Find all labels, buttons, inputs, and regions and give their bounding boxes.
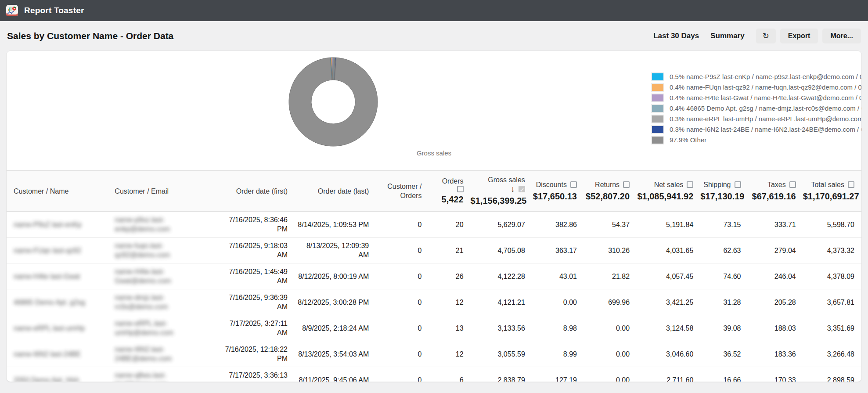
- table-cell: 12: [429, 341, 470, 367]
- column-label[interactable]: Gross sales: [488, 176, 525, 184]
- column-checkbox-returns[interactable]: [623, 181, 630, 188]
- customer-name-cell: 2050 Demo Apt. hfsh: [7, 367, 108, 382]
- col-header-returns[interactable]: Returns$52,807.20: [584, 171, 637, 212]
- column-checkbox-net-sales[interactable]: [687, 181, 693, 188]
- legend-label: 0.3% name-eRPL last-umHp / name-eRPL.las…: [670, 115, 862, 123]
- legend-item: 0.4% name-H4te last-Gwat / name-H4te.las…: [652, 94, 862, 101]
- column-total: $52,807.20: [584, 190, 630, 202]
- customer-email-cell: name-q8ws.last-kkvf@demo.com: [108, 367, 220, 382]
- table-cell: 4,373.32: [803, 238, 861, 263]
- table-cell: 6: [429, 367, 470, 382]
- date-range-selector[interactable]: Last 30 Days: [653, 32, 699, 40]
- customer-email-cell: name-eRPL.last-umHp@demo.com: [108, 315, 220, 341]
- customer-name-cell: name-I6N2 last-24BE: [7, 341, 108, 367]
- col-header-net-sales[interactable]: Net sales$1,085,941.92: [637, 171, 700, 212]
- legend-swatch: [652, 73, 663, 80]
- table-header-row: Customer / NameCustomer / EmailOrder dat…: [7, 171, 861, 212]
- col-header-order-date-last[interactable]: Order date (last): [295, 171, 376, 212]
- table-cell: 13: [429, 315, 470, 341]
- table-cell: 8.98: [532, 315, 584, 341]
- column-checkbox-orders[interactable]: [457, 186, 464, 192]
- table-cell: 4,122.28: [471, 263, 532, 289]
- column-label[interactable]: Shipping: [703, 181, 731, 188]
- table-cell: 3,124.58: [637, 315, 700, 341]
- more-button[interactable]: More...: [822, 29, 861, 43]
- legend-swatch: [652, 126, 663, 133]
- col-header-discounts[interactable]: Discounts$17,650.13: [532, 171, 584, 212]
- col-header-customer-name[interactable]: Customer / Name: [7, 171, 108, 212]
- column-checkbox-total-sales[interactable]: [848, 181, 854, 188]
- col-header-total-sales[interactable]: Total sales$1,170,691.27: [803, 171, 861, 212]
- table-cell: 54.37: [584, 212, 637, 238]
- legend-item: 0.3% name-I6N2 last-24BE / name-I6N2.las…: [652, 126, 862, 133]
- table-cell: 0.00: [584, 341, 637, 367]
- table-cell: 4,031.65: [637, 238, 700, 263]
- col-header-customer-orders[interactable]: Customer / Orders: [376, 171, 429, 212]
- table-cell: 2,898.59: [803, 367, 861, 382]
- column-label[interactable]: Net sales: [654, 181, 684, 188]
- column-checkbox-gross-sales[interactable]: [519, 186, 525, 192]
- col-header-gross-sales[interactable]: Gross sales ↓ $1,156,399.25: [471, 171, 532, 212]
- table-cell: 62.63: [700, 238, 748, 263]
- table-cell: 382.86: [532, 212, 584, 238]
- table-cell: 699.96: [584, 289, 637, 315]
- sort-desc-icon[interactable]: ↓: [511, 184, 515, 194]
- legend-swatch: [652, 84, 663, 91]
- table-cell: 3,266.48: [803, 341, 861, 367]
- table-cell: 8/13/2025, 12:09:39 AM: [295, 238, 376, 263]
- table-cell: 0.00: [584, 367, 637, 382]
- col-header-shipping[interactable]: Shipping$17,130.19: [700, 171, 748, 212]
- column-label[interactable]: Customer / Name: [14, 187, 68, 195]
- chart-legend: 0.5% name-P9sZ last-enKp / name-p9sz.las…: [652, 73, 862, 147]
- column-label[interactable]: Order date (first): [236, 187, 288, 195]
- summary-selector[interactable]: Summary: [710, 32, 744, 40]
- column-label[interactable]: Total sales: [811, 181, 844, 188]
- table-cell: 3,351.69: [803, 315, 861, 341]
- col-header-order-date-first[interactable]: Order date (first): [220, 171, 295, 212]
- column-label[interactable]: Customer / Email: [115, 187, 169, 195]
- column-label[interactable]: Discounts: [536, 181, 567, 188]
- col-header-customer-email[interactable]: Customer / Email: [108, 171, 220, 212]
- col-header-taxes[interactable]: Taxes$67,619.16: [748, 171, 803, 212]
- table-cell: 363.17: [532, 238, 584, 263]
- table-cell: 3,133.56: [471, 315, 532, 341]
- column-checkbox-shipping[interactable]: [735, 181, 741, 188]
- customer-email-cell: name-I6N2.last-24BE@demo.com: [108, 341, 220, 367]
- column-label[interactable]: Order date (last): [318, 187, 369, 195]
- column-checkbox-discounts[interactable]: [570, 181, 577, 188]
- table-cell: 8/13/2025, 3:54:03 AM: [295, 341, 376, 367]
- table-cell: 0: [376, 289, 429, 315]
- column-label[interactable]: Orders: [442, 177, 464, 185]
- column-label[interactable]: Customer / Orders: [387, 183, 421, 199]
- column-checkbox-taxes[interactable]: [789, 181, 796, 188]
- legend-swatch: [652, 105, 663, 112]
- customer-name-cell: 46865 Demo Apt. g2sg: [7, 289, 108, 315]
- legend-label: 97.9% Other: [670, 136, 706, 144]
- table-cell: 4,057.45: [637, 263, 700, 289]
- app-bar: Report Toaster: [0, 0, 868, 21]
- table-cell: 183.36: [748, 341, 803, 367]
- table-cell: 3,055.59: [471, 341, 532, 367]
- table-cell: 310.26: [584, 238, 637, 263]
- legend-item: 0.4% 46865 Demo Apt. g2sg / name-dmjz.la…: [652, 105, 862, 112]
- table-cell: 0: [376, 263, 429, 289]
- table-cell: 39.08: [700, 315, 748, 341]
- legend-label: 0.4% 46865 Demo Apt. g2sg / name-dmjz.la…: [670, 105, 862, 112]
- table-cell: 31.28: [700, 289, 748, 315]
- table-cell: 7/16/2025, 1:45:49 AM: [220, 263, 295, 289]
- order-data-table: Customer / NameCustomer / EmailOrder dat…: [7, 170, 861, 382]
- table-cell: 3,421.25: [637, 289, 700, 315]
- table-cell: 8.99: [532, 341, 584, 367]
- export-button[interactable]: Export: [780, 29, 818, 43]
- gross-sales-donut-chart[interactable]: [288, 57, 378, 147]
- table-cell: 7/16/2025, 8:36:46 PM: [220, 212, 295, 238]
- chart-section: Gross sales 0.5% name-P9sZ last-enKp / n…: [7, 51, 861, 170]
- customer-name-cell: name-P9sZ last-enKp: [7, 212, 108, 238]
- column-label[interactable]: Returns: [595, 181, 619, 188]
- column-total: $1,156,399.25: [471, 195, 525, 207]
- table-row: name-I6N2 last-24BE name-I6N2.last-24BE@…: [7, 341, 861, 367]
- refresh-button[interactable]: ↻: [756, 29, 776, 43]
- column-label[interactable]: Taxes: [767, 181, 786, 188]
- col-header-orders[interactable]: Orders 5,422: [429, 171, 470, 212]
- table-cell: 0.00: [584, 315, 637, 341]
